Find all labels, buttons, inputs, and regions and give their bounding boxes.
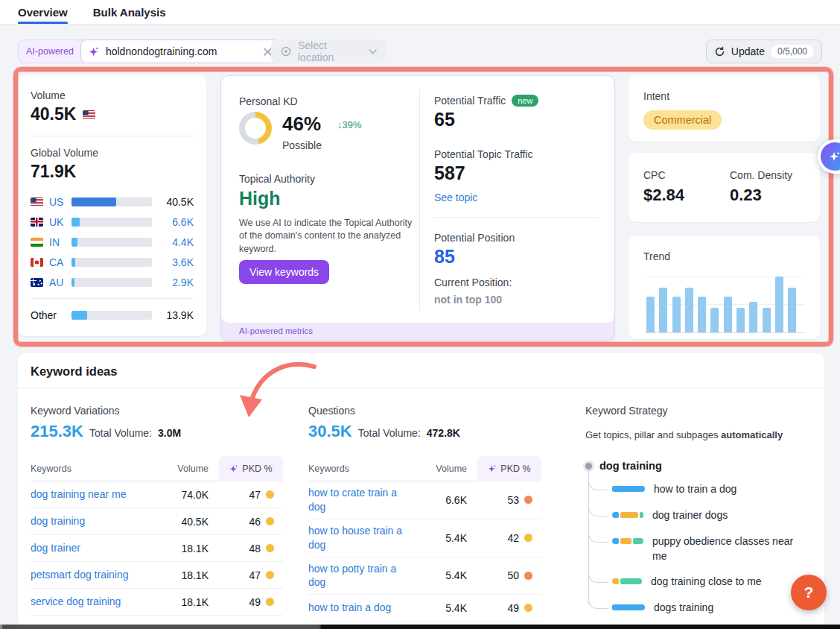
tree-root-bullet-icon <box>585 463 592 470</box>
keyword-link[interactable]: dog training <box>31 514 164 528</box>
keyword-link[interactable]: dog training near me <box>31 487 164 502</box>
keyword-link[interactable]: petsmart dog training <box>31 568 164 582</box>
pkd-dot-icon <box>524 496 532 504</box>
ai-assistant-tab[interactable] <box>818 139 840 174</box>
country-volume-bar <box>71 278 152 287</box>
keyword-pkd: 47 <box>219 569 283 581</box>
keyword-link[interactable]: dog trainer <box>31 541 164 555</box>
topical-authority-label: Topical Authority <box>239 173 315 185</box>
variations-count: 215.3K <box>31 422 83 441</box>
keyword-pill-icon <box>612 512 643 518</box>
tree-item-label: dog training close to me <box>651 574 762 589</box>
search-input[interactable]: holdnondogtraining.com <box>80 39 280 63</box>
refresh-icon <box>714 46 725 57</box>
location-pin-icon <box>280 45 292 57</box>
pkd-dot-icon <box>266 517 274 525</box>
keyword-pill-icon <box>612 538 643 544</box>
keyword-link[interactable]: how to house train a dog <box>308 524 422 552</box>
country-volume-value: 2.9K <box>161 276 194 288</box>
column-pkd[interactable]: PKD % <box>477 456 541 481</box>
kd-delta: ↓39% <box>337 119 362 130</box>
column-volume[interactable]: Volume <box>164 464 209 474</box>
location-select[interactable]: Select location <box>271 39 386 63</box>
trend-label: Trend <box>643 250 805 262</box>
country-volume-bar <box>71 238 152 247</box>
keyword-row: how to train a dog5.4K49 <box>308 595 541 622</box>
column-keywords[interactable]: Keywords <box>31 464 164 474</box>
keyword-pkd: 53 <box>477 494 541 506</box>
other-volume-bar <box>71 311 152 320</box>
keyword-link[interactable]: how to train a dog <box>308 601 422 615</box>
keyword-row: how to crate train a dog6.6K53 <box>308 481 541 519</box>
country-code-link[interactable]: UK <box>49 216 71 228</box>
help-button[interactable]: ? <box>791 575 827 610</box>
questions-total-value: 472.8K <box>427 427 460 439</box>
tree-item[interactable]: how to train a dog <box>612 481 831 498</box>
country-code-link[interactable]: AU <box>49 276 71 288</box>
sparkle-icon <box>829 151 840 162</box>
tree-item-label: puppy obedience classes near me <box>652 534 810 564</box>
personal-kd-label: Personal KD <box>239 95 298 107</box>
pill-segment-blue <box>612 486 645 492</box>
in-flag-icon <box>31 238 43 247</box>
tree-item-label: dog trainer dogs <box>652 508 728 522</box>
tab-bulk-analysis[interactable]: Bulk Analysis <box>93 0 166 24</box>
keyword-link[interactable]: service dog training <box>31 595 164 609</box>
uk-flag-icon <box>31 218 43 227</box>
search-query-value[interactable]: holdnondogtraining.com <box>106 45 258 57</box>
questions-section: Questions 30.5K Total Volume: 472.8K Key… <box>308 398 541 622</box>
us-flag-icon <box>31 197 43 206</box>
current-position-value: not in top 100 <box>434 294 502 306</box>
ai-assistant-circle <box>821 142 840 171</box>
questions-label: Questions <box>308 405 541 417</box>
country-volume-bar <box>71 197 152 206</box>
kd-value: 46% <box>282 113 321 136</box>
cpc-value: $2.84 <box>643 186 684 205</box>
keyword-volume: 6.6K <box>422 494 467 506</box>
intent-label: Intent <box>643 90 805 102</box>
tree-item[interactable]: dog trainer dogs <box>612 508 831 524</box>
other-bar-fill <box>71 311 87 320</box>
see-topic-link[interactable]: See topic <box>434 192 477 203</box>
keyword-link[interactable]: how to crate train a dog <box>308 486 422 514</box>
keyword-row: dog trainer18.1K48 <box>31 535 283 562</box>
other-volume-value: 13.9K <box>161 309 194 321</box>
tab-overview[interactable]: Overview <box>18 0 68 24</box>
trend-bar <box>646 297 655 332</box>
view-keywords-button[interactable]: View keywords <box>239 260 329 284</box>
keyword-row: petsmart dog training18.1K47 <box>31 562 283 589</box>
country-code-link[interactable]: IN <box>49 236 71 248</box>
au-flag-icon <box>31 278 43 287</box>
potential-position-label: Potential Position <box>434 232 515 244</box>
tree-trunk-line <box>588 473 589 604</box>
ca-flag-icon <box>31 258 43 267</box>
keyword-volume: 18.1K <box>164 569 209 581</box>
column-pkd[interactable]: PKD % <box>219 456 283 481</box>
potential-topic-traffic-value: 587 <box>434 162 465 184</box>
ai-powered-badge: AI-powered <box>19 46 81 57</box>
kd-donut-chart <box>239 112 272 145</box>
potential-traffic-label: Potential Traffic <box>434 95 506 107</box>
keyword-variations-section: Keyword Variations 215.3K Total Volume: … <box>31 398 283 616</box>
country-code-link[interactable]: US <box>49 196 71 208</box>
column-volume[interactable]: Volume <box>422 464 467 474</box>
country-volume-value: 4.4K <box>161 236 194 248</box>
trend-bar <box>763 308 771 332</box>
update-button[interactable]: Update 0/5,000 <box>706 39 822 63</box>
trend-bar <box>698 297 706 332</box>
sparkle-icon <box>229 464 238 473</box>
keyword-pkd: 50 <box>477 569 541 581</box>
column-keywords[interactable]: Keywords <box>308 464 422 474</box>
potential-traffic-value: 65 <box>434 109 455 130</box>
keyword-search-group: AI-powered holdnondogtraining.com <box>18 39 280 63</box>
divider <box>434 217 599 218</box>
trend-bar <box>685 288 693 332</box>
chevron-down-icon <box>369 49 377 54</box>
keyword-link[interactable]: how to potty train a dog <box>308 562 422 590</box>
pill-segment-green <box>633 538 643 544</box>
country-code-link[interactable]: CA <box>49 256 71 268</box>
intent-card: Intent Commercial <box>629 75 820 142</box>
tree-root[interactable]: dog training <box>585 460 831 472</box>
tree-item[interactable]: puppy obedience classes near me <box>612 534 831 564</box>
questions-table-header: Keywords Volume PKD % <box>308 456 541 481</box>
